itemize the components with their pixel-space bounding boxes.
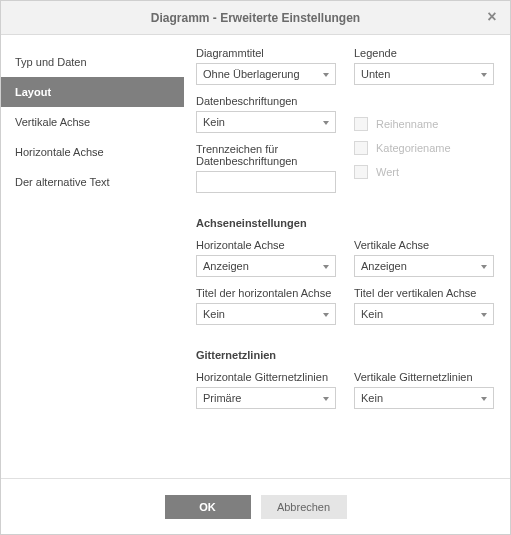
h-axis-title-select[interactable]: Kein — [196, 303, 336, 325]
v-axis-label: Vertikale Achse — [354, 239, 494, 251]
content-panel: Diagrammtitel Ohne Überlagerung Legende … — [184, 35, 510, 478]
checkbox-value: Wert — [354, 165, 494, 179]
checkbox-icon — [354, 165, 368, 179]
legend-select[interactable]: Unten — [354, 63, 494, 85]
dialog-body: Typ und Daten Layout Vertikale Achse Hor… — [1, 35, 510, 478]
titlebar: Diagramm - Erweiterte Einstellungen × — [1, 1, 510, 35]
data-labels-label: Datenbeschriftungen — [196, 95, 336, 107]
h-grid-select[interactable]: Primäre — [196, 387, 336, 409]
dialog-chart-advanced-settings: Diagramm - Erweiterte Einstellungen × Ty… — [0, 0, 511, 535]
cancel-button[interactable]: Abbrechen — [261, 495, 347, 519]
sidebar: Typ und Daten Layout Vertikale Achse Hor… — [1, 35, 184, 478]
sidebar-item-type-data[interactable]: Typ und Daten — [1, 47, 184, 77]
chart-title-value: Ohne Überlagerung — [203, 68, 300, 80]
h-axis-label: Horizontale Achse — [196, 239, 336, 251]
sidebar-item-horizontal-axis[interactable]: Horizontale Achse — [1, 137, 184, 167]
v-axis-select[interactable]: Anzeigen — [354, 255, 494, 277]
h-axis-value: Anzeigen — [203, 260, 249, 272]
chart-title-label: Diagrammtitel — [196, 47, 336, 59]
separator-label: Trennzeichen für Datenbeschriftungen — [196, 143, 336, 167]
legend-label: Legende — [354, 47, 494, 59]
h-grid-label: Horizontale Gitternetzlinien — [196, 371, 336, 383]
checkbox-icon — [354, 117, 368, 131]
grid-section-title: Gitternetzlinien — [196, 349, 494, 361]
checkbox-series-name: Reihenname — [354, 117, 494, 131]
checkbox-category-name-label: Kategoriename — [376, 142, 451, 154]
footer: OK Abbrechen — [1, 478, 510, 534]
close-icon[interactable]: × — [482, 7, 502, 27]
h-axis-title-value: Kein — [203, 308, 225, 320]
v-axis-title-select[interactable]: Kein — [354, 303, 494, 325]
v-grid-select[interactable]: Kein — [354, 387, 494, 409]
checkbox-icon — [354, 141, 368, 155]
v-axis-title-label: Titel der vertikalen Achse — [354, 287, 494, 299]
ok-button[interactable]: OK — [165, 495, 251, 519]
data-labels-value: Kein — [203, 116, 225, 128]
v-grid-value: Kein — [361, 392, 383, 404]
h-axis-select[interactable]: Anzeigen — [196, 255, 336, 277]
v-axis-value: Anzeigen — [361, 260, 407, 272]
sidebar-item-layout[interactable]: Layout — [1, 77, 184, 107]
separator-input[interactable] — [196, 171, 336, 193]
sidebar-item-vertical-axis[interactable]: Vertikale Achse — [1, 107, 184, 137]
h-grid-value: Primäre — [203, 392, 242, 404]
v-grid-label: Vertikale Gitternetzlinien — [354, 371, 494, 383]
legend-value: Unten — [361, 68, 390, 80]
axis-section-title: Achseneinstellungen — [196, 217, 494, 229]
data-labels-select[interactable]: Kein — [196, 111, 336, 133]
v-axis-title-value: Kein — [361, 308, 383, 320]
chart-title-select[interactable]: Ohne Überlagerung — [196, 63, 336, 85]
checkbox-category-name: Kategoriename — [354, 141, 494, 155]
h-axis-title-label: Titel der horizontalen Achse — [196, 287, 336, 299]
dialog-title: Diagramm - Erweiterte Einstellungen — [151, 11, 360, 25]
checkbox-series-name-label: Reihenname — [376, 118, 438, 130]
sidebar-item-alt-text[interactable]: Der alternative Text — [1, 167, 184, 197]
checkbox-value-label: Wert — [376, 166, 399, 178]
